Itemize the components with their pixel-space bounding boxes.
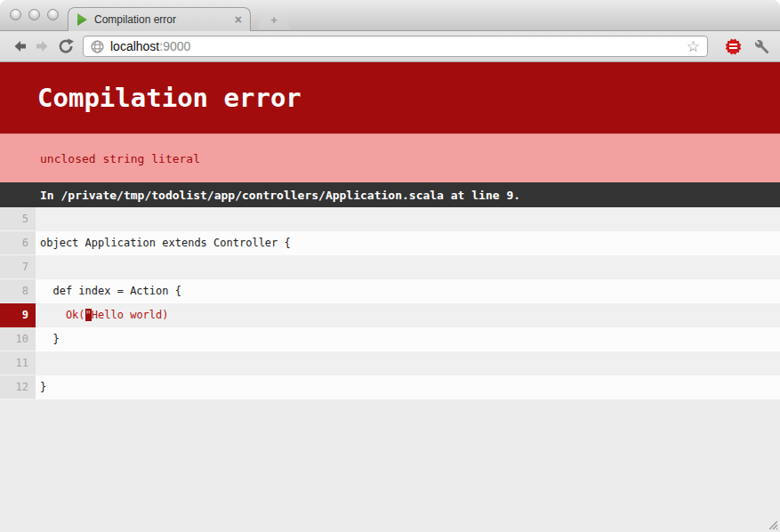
address-bar[interactable]: localhost :9000 ☆ — [83, 36, 708, 57]
code-text: } — [36, 327, 780, 351]
site-globe-icon — [91, 40, 104, 53]
code-text — [36, 351, 780, 375]
code-line: 5 — [0, 207, 780, 231]
error-code-before: Ok( — [40, 309, 85, 321]
forward-button[interactable] — [31, 36, 54, 57]
settings-button[interactable] — [751, 36, 772, 57]
error-message: unclosed string literal — [0, 133, 780, 182]
wrench-icon — [753, 38, 770, 55]
line-number: 11 — [0, 351, 36, 375]
code-line: 10 } — [0, 327, 780, 351]
play-framework-favicon-icon — [76, 13, 88, 26]
line-number: 12 — [0, 375, 36, 399]
minimize-window-button[interactable] — [28, 9, 40, 20]
code-line-error: 9 Ok("Hello world) — [0, 303, 780, 327]
red-badge-icon — [726, 39, 741, 54]
code-text — [36, 207, 780, 231]
bookmark-star-icon[interactable]: ☆ — [687, 39, 700, 54]
code-text: object Application extends Controller { — [36, 231, 780, 255]
code-listing: 5 6 object Application extends Controlle… — [0, 207, 780, 399]
error-page-title: Compilation error — [0, 62, 780, 133]
browser-tab[interactable]: Compilation error × — [68, 7, 251, 31]
zoom-window-button[interactable] — [47, 9, 59, 20]
tab-close-icon[interactable]: × — [235, 13, 242, 26]
back-arrow-icon — [11, 37, 28, 55]
forward-arrow-icon — [34, 37, 52, 55]
error-code-after: Hello world) — [92, 309, 169, 321]
line-number: 10 — [0, 327, 36, 351]
tab-title: Compilation error — [94, 13, 235, 26]
error-location: In /private/tmp/todolist/app/controllers… — [0, 182, 780, 207]
url-port: :9000 — [159, 39, 190, 53]
error-code-text: Ok("Hello world) — [36, 303, 780, 327]
resize-grip[interactable] — [764, 516, 778, 530]
code-line: 8 def index = Action { — [0, 279, 780, 303]
reload-icon — [57, 37, 75, 55]
code-line: 6 object Application extends Controller … — [0, 231, 780, 255]
line-number: 5 — [0, 207, 36, 231]
code-text — [36, 255, 780, 279]
error-line-number: 9 — [0, 303, 36, 327]
close-window-button[interactable] — [10, 9, 21, 20]
code-line: 7 — [0, 255, 780, 279]
code-line: 11 — [0, 351, 780, 375]
browser-toolbar: localhost :9000 ☆ — [0, 31, 780, 62]
reload-button[interactable] — [54, 36, 77, 57]
window-controls — [10, 9, 59, 20]
window-titlebar: Compilation error × + — [0, 0, 780, 31]
page-background — [0, 399, 780, 532]
url-host: localhost — [110, 39, 159, 53]
code-text: } — [36, 375, 780, 399]
error-marker: " — [85, 309, 92, 321]
line-number: 7 — [0, 255, 36, 279]
code-text: def index = Action { — [36, 279, 780, 303]
line-number: 8 — [0, 279, 36, 303]
code-line: 12 } — [0, 375, 780, 399]
browser-window: Compilation error × + — [0, 0, 780, 532]
new-tab-button[interactable]: + — [258, 12, 290, 29]
extension-badge-button[interactable] — [722, 36, 744, 57]
line-number: 6 — [0, 231, 36, 255]
back-button[interactable] — [8, 36, 31, 57]
